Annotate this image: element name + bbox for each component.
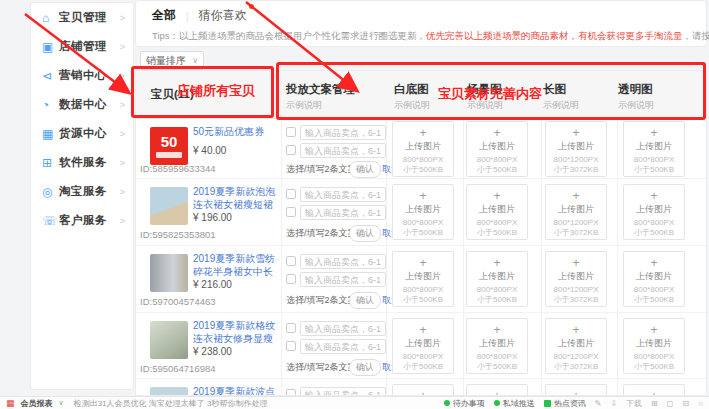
download-button[interactable]: 下载 bbox=[626, 398, 642, 409]
col-sub-transparent: 示例说明 bbox=[618, 99, 654, 112]
circle-icon[interactable]: ○ bbox=[698, 399, 703, 408]
green-square-icon bbox=[544, 400, 551, 407]
sidebar-item-software-service[interactable]: ⊞ 软件服务 > bbox=[31, 148, 133, 177]
copy-checkbox[interactable] bbox=[286, 127, 296, 137]
upload-box-whitebg[interactable]: + 上传图片 800*800PX 小于500KB bbox=[392, 121, 454, 177]
plus-icon: + bbox=[624, 257, 684, 269]
product-image[interactable] bbox=[150, 187, 188, 225]
upload-size: 800*800PX bbox=[467, 352, 527, 362]
upload-box-long[interactable]: + 上传图片 800*1200PX 小于3072KB bbox=[545, 184, 607, 240]
selling-point-input[interactable] bbox=[300, 254, 386, 269]
upload-box-scene[interactable]: + 上传图片 800*800PX 小于500KB bbox=[466, 251, 528, 307]
tips-suffix: ，请按规范上传素材 bbox=[683, 30, 709, 41]
col-sub-scene: 示例说明 bbox=[467, 99, 503, 112]
upload-box-whitebg[interactable]: + bbox=[392, 384, 454, 396]
upload-box-whitebg[interactable]: + 上传图片 800*800PX 小于500KB bbox=[392, 318, 454, 374]
sidebar-item-baby-manage[interactable]: ⌂ 宝贝管理 > bbox=[31, 3, 133, 32]
selling-point-input[interactable] bbox=[300, 272, 386, 287]
upload-size: 800*1200PX bbox=[546, 155, 606, 165]
upload-box-scene[interactable]: + 上传图片 800*800PX 小于500KB bbox=[466, 318, 528, 374]
upload-box-long[interactable]: + bbox=[545, 384, 607, 396]
tab-guess-you-like[interactable]: 猜你喜欢 bbox=[199, 7, 247, 24]
product-title-link[interactable]: 2019夏季新款泡泡连衣裙女裙瘦短裙T恤中长款 bbox=[193, 186, 279, 212]
upload-box-long[interactable]: + 上传图片 800*1200PX 小于3072KB bbox=[545, 318, 607, 374]
confirm-button[interactable]: 确认 bbox=[349, 292, 381, 309]
copy-checkbox[interactable] bbox=[286, 145, 296, 155]
grid-tool-icon[interactable]: ⊞ bbox=[651, 399, 658, 408]
pen-icon[interactable]: ✎ bbox=[595, 399, 602, 408]
upload-box-scene[interactable]: + bbox=[466, 384, 528, 396]
selling-point-input[interactable] bbox=[300, 205, 386, 220]
product-title-link[interactable]: 2019夏季新款波点短袖连衣裙女士中长款夏天 bbox=[193, 386, 279, 396]
confirm-button[interactable]: 确认 bbox=[349, 161, 381, 178]
upload-label: 上传图片 bbox=[624, 140, 684, 153]
plus-icon: + bbox=[546, 324, 606, 336]
tab-all[interactable]: 全部 bbox=[152, 7, 176, 24]
sidebar-item-shop-manage[interactable]: ▣ 店铺管理 > bbox=[31, 32, 133, 61]
plus-icon: + bbox=[393, 127, 453, 139]
confirm-button[interactable]: 确认 bbox=[349, 359, 381, 376]
table-row: 50 50元新品优惠券 ¥ 40.00 ID:585959633344 选择/填… bbox=[136, 119, 707, 179]
tab-divider: | bbox=[186, 10, 189, 22]
copy-checkbox[interactable] bbox=[286, 389, 296, 396]
selling-point-input[interactable] bbox=[300, 125, 386, 140]
upload-limit: 小于500KB bbox=[624, 362, 684, 372]
sidebar-item-data-center[interactable]: ◔ 数据中心 > bbox=[31, 90, 133, 119]
upload-box-transparent[interactable]: + 上传图片 800*800PX 小于500KB bbox=[623, 184, 685, 240]
product-image[interactable] bbox=[150, 387, 188, 396]
statusbar-item-todo[interactable]: 待办事项 bbox=[444, 398, 485, 409]
window-icon[interactable]: ◻ bbox=[667, 399, 674, 408]
selling-point-input[interactable] bbox=[300, 143, 386, 158]
upload-box-whitebg[interactable]: + 上传图片 800*800PX 小于500KB bbox=[392, 184, 454, 240]
grid-icon: ▦ bbox=[6, 398, 15, 408]
sort-select[interactable]: 销量排序 ∨ bbox=[140, 51, 204, 70]
copy-checkbox[interactable] bbox=[286, 274, 296, 284]
upload-box-scene[interactable]: + 上传图片 800*800PX 小于500KB bbox=[466, 184, 528, 240]
upload-box-whitebg[interactable]: + 上传图片 800*800PX 小于500KB bbox=[392, 251, 454, 307]
product-image[interactable] bbox=[150, 321, 188, 359]
confirm-button[interactable]: 确认 bbox=[349, 225, 381, 242]
copy-hint: 选择/填写2条文案 bbox=[286, 227, 357, 240]
data-icon: ◔ bbox=[42, 98, 59, 112]
product-image-coupon[interactable]: 50 bbox=[150, 127, 188, 165]
upload-size: 800*800PX bbox=[393, 218, 453, 228]
copy-checkbox[interactable] bbox=[286, 323, 296, 333]
selling-point-input[interactable] bbox=[300, 321, 386, 336]
upload-box-transparent[interactable]: + 上传图片 800*800PX 小于500KB bbox=[623, 121, 685, 177]
sidebar-item-customer-service[interactable]: ☏ 客户服务 > bbox=[31, 206, 133, 235]
sidebar-item-label: 营销中心 bbox=[59, 68, 107, 83]
copy-checkbox[interactable] bbox=[286, 207, 296, 217]
member-report-button[interactable]: 会员报表 bbox=[21, 398, 53, 409]
shop-icon: ▣ bbox=[42, 40, 59, 54]
copy-checkbox[interactable] bbox=[286, 256, 296, 266]
selling-point-input[interactable] bbox=[300, 187, 386, 202]
sidebar-item-taobao-service[interactable]: ◎ 淘宝服务 > bbox=[31, 177, 133, 206]
sidebar-item-marketing[interactable]: ⊲ 营销中心 > bbox=[31, 61, 133, 90]
download-icon[interactable]: ⇩ bbox=[610, 399, 617, 408]
product-title-link[interactable]: 2019夏季新款格纹连衣裙女修身显瘦小众网红 bbox=[193, 320, 279, 346]
upload-limit: 小于500KB bbox=[467, 362, 527, 372]
sidebar-item-supply-center[interactable]: ▦ 货源中心 > bbox=[31, 119, 133, 148]
product-title-link[interactable]: 50元新品优惠券 bbox=[193, 126, 279, 139]
product-image[interactable] bbox=[150, 254, 188, 292]
upload-box-transparent[interactable]: + 上传图片 800*800PX 小于500KB bbox=[623, 251, 685, 307]
upload-box-long[interactable]: + 上传图片 800*1200PX 小于3072KB bbox=[545, 121, 607, 177]
statusbar-item-news[interactable]: 热点资讯 bbox=[544, 398, 586, 409]
upload-box-transparent[interactable]: + 上传图片 800*800PX 小于500KB bbox=[623, 318, 685, 374]
upload-box-scene[interactable]: + 上传图片 800*800PX 小于500KB bbox=[466, 121, 528, 177]
product-title-link[interactable]: 2019夏季新款雪纺碎花半身裙女中长款网红包臀 bbox=[193, 253, 279, 279]
upload-limit: 小于500KB bbox=[467, 295, 527, 305]
upload-box-long[interactable]: + 上传图片 800*1200PX 小于3072KB bbox=[545, 251, 607, 307]
upload-size: 800*800PX bbox=[624, 285, 684, 295]
minimize-icon[interactable]: ⊟ bbox=[682, 399, 689, 408]
selling-point-input[interactable] bbox=[300, 387, 386, 396]
copy-checkbox[interactable] bbox=[286, 341, 296, 351]
col-header-long: 长图 bbox=[543, 82, 566, 97]
col-header-baby: 宝贝(11) bbox=[151, 87, 194, 102]
selling-point-input[interactable] bbox=[300, 339, 386, 354]
statusbar-item-push[interactable]: 私域推送 bbox=[494, 398, 535, 409]
upload-box-transparent[interactable]: + bbox=[623, 384, 685, 396]
copy-checkbox[interactable] bbox=[286, 189, 296, 199]
upload-size: 800*800PX bbox=[467, 218, 527, 228]
sidebar: ⌂ 宝贝管理 > ▣ 店铺管理 > ⊲ 营销中心 > ◔ 数据中心 > ▦ 货源… bbox=[30, 2, 134, 390]
